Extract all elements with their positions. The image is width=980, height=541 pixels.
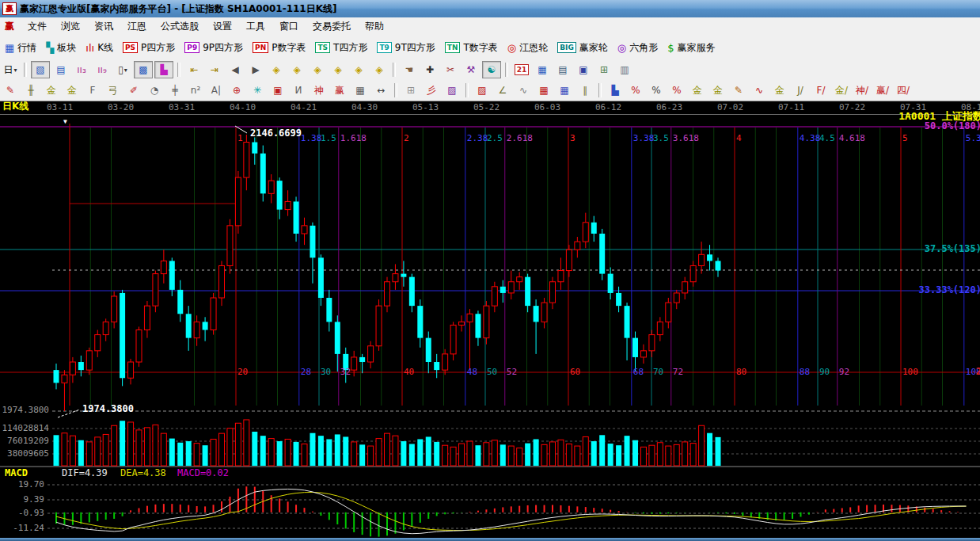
menu-item-2[interactable]: 资讯 xyxy=(87,18,120,35)
tool-zoom-h-expand[interactable]: ◈ xyxy=(308,61,327,78)
tool-grid-red[interactable]: ▦ xyxy=(534,82,553,99)
tool-hand-tool[interactable]: ☚ xyxy=(400,61,419,78)
toolbar-button-winner-service[interactable]: $赢家服务 xyxy=(663,39,720,56)
tool-gann-brain-tool[interactable]: ☯ xyxy=(482,61,501,78)
toolbar-button-9t-square[interactable]: T99T四方形 xyxy=(372,39,439,56)
candle-style-dropdown-dropdown-arrow: ▾ xyxy=(124,67,127,74)
tool-gold-angle[interactable]: 金/ xyxy=(832,82,851,99)
menu-item-0[interactable]: 文件 xyxy=(21,18,54,35)
tool-n-square[interactable]: n² xyxy=(186,82,205,99)
tool-calendar-tool[interactable]: 21 xyxy=(512,61,531,78)
tool-zoom-fit[interactable]: ◈ xyxy=(370,61,389,78)
toolbar-button-p-number-table[interactable]: PNP数字表 xyxy=(248,39,310,56)
tool-clock-cycle[interactable]: ◔ xyxy=(145,82,164,99)
toolbar-button-sectors[interactable]: ▚板块 xyxy=(41,39,81,56)
menu-item-4[interactable]: 公式选股 xyxy=(154,18,206,35)
tool-ray-star[interactable]: ✳ xyxy=(248,82,267,99)
tool-gold-grid-b[interactable]: 金 xyxy=(63,82,82,99)
toolbar-button-t-number-table[interactable]: TNT数字表 xyxy=(440,39,503,56)
tool-frame-tool[interactable]: ⊞ xyxy=(401,82,420,99)
menu-item-7[interactable]: 窗口 xyxy=(272,18,306,35)
tool-percent-strike[interactable]: % xyxy=(626,82,645,99)
tool-color-bars-tool[interactable]: ▙ xyxy=(154,61,173,78)
tool-last-page[interactable]: ⇥ xyxy=(205,61,224,78)
tool-grid-blue[interactable]: ▦ xyxy=(555,82,574,99)
tool-ying-angle[interactable]: 赢/ xyxy=(873,82,892,99)
tool-draw-brush[interactable]: ✎ xyxy=(1,82,20,99)
tool-zoom-right[interactable]: ◈ xyxy=(287,61,306,78)
tool-fan-box-red[interactable]: ▨ xyxy=(473,82,492,99)
tool-ray-box[interactable]: ▣ xyxy=(268,82,287,99)
menu-item-3[interactable]: 江恩 xyxy=(120,18,154,35)
tool-gold-circle[interactable]: 金 xyxy=(688,82,707,99)
fan-box-red-icon: ▨ xyxy=(477,85,486,96)
tool-page-next[interactable]: ▶ xyxy=(246,61,265,78)
tool-notes-tool[interactable]: ▤ xyxy=(553,61,572,78)
tool-shen-angle[interactable]: 神/ xyxy=(853,82,872,99)
tool-gold-grid-a[interactable]: 金 xyxy=(42,82,61,99)
tool-angle-set[interactable]: ∠ xyxy=(493,82,512,99)
toolbar-button-hexagon[interactable]: ◎六角形 xyxy=(613,39,663,56)
tool-zigzag-tool[interactable]: ∿ xyxy=(514,82,533,99)
tool-four-angle[interactable]: 四/ xyxy=(894,82,913,99)
title-bar[interactable]: 赢 赢家江恩专业版[赢家内部服务平台] - [上证指数 SH1A0001-111… xyxy=(0,0,980,18)
tool-candle-style-dropdown[interactable]: ▯▾ xyxy=(113,61,132,78)
toolbar-separator xyxy=(177,63,180,77)
tool-bars-3-tool[interactable]: ıı₃ xyxy=(72,61,91,78)
toolbar-button-p-square[interactable]: PSP四方形 xyxy=(118,39,180,56)
tool-f-ruler[interactable]: F xyxy=(83,82,102,99)
tool-draw-brush-2[interactable]: ✐ xyxy=(124,82,143,99)
tool-mirror-tool[interactable]: A| xyxy=(207,82,226,99)
tool-wave-red[interactable]: ∿ xyxy=(750,82,769,99)
tool-gold-plain[interactable]: 金 xyxy=(770,82,789,99)
toolbar-button-kline[interactable]: ılıK线 xyxy=(81,39,118,56)
tool-grid-ticks[interactable]: ╫ xyxy=(21,82,40,99)
tool-shen-tool[interactable]: 神 xyxy=(310,82,329,99)
tool-first-page[interactable]: ⇤ xyxy=(184,61,203,78)
tool-percent-plain[interactable]: % xyxy=(647,82,666,99)
tool-circle-cross[interactable]: ⊕ xyxy=(227,82,246,99)
tool-f-angle[interactable]: F/ xyxy=(811,82,830,99)
toolbar-button-gann-wheel[interactable]: ◎江恩轮 xyxy=(503,39,553,56)
tool-pattern-tool[interactable]: ▩ xyxy=(134,61,153,78)
tool-parallel-lines[interactable]: ∥ xyxy=(575,82,594,99)
tool-zoom-h-shrink[interactable]: ◈ xyxy=(329,61,348,78)
toolbar-button-t-square[interactable]: TST四方形 xyxy=(310,39,372,56)
tool-zoom-left[interactable]: ◈ xyxy=(267,61,286,78)
tool-calculator-tool[interactable]: ▦ xyxy=(533,61,552,78)
tool-region-tool[interactable]: ▧ xyxy=(31,61,50,78)
tool-fan-box-purple[interactable]: ▨ xyxy=(443,82,462,99)
tool-page-prev[interactable]: ◀ xyxy=(226,61,245,78)
toolbar-button-winner-wheel[interactable]: BIG赢家轮 xyxy=(553,39,613,56)
tool-ying-tool[interactable]: 赢 xyxy=(330,82,349,99)
tool-fan-rays[interactable]: 彡 xyxy=(422,82,441,99)
tool-export-tool[interactable]: ⊞ xyxy=(594,61,613,78)
menu-item-1[interactable]: 浏览 xyxy=(54,18,87,35)
tool-period-day-dropdown[interactable]: 日▾ xyxy=(1,61,20,78)
tool-crosshair-tool[interactable]: ✚ xyxy=(420,61,439,78)
tool-hist-blue[interactable]: ▙ xyxy=(606,82,625,99)
menu-item-8[interactable]: 交易委托 xyxy=(306,18,358,35)
num-grid-icon: ▦ xyxy=(355,85,364,96)
tool-print-tool[interactable]: ▥ xyxy=(615,61,634,78)
tool-percent-lines[interactable]: % xyxy=(667,82,686,99)
tool-gold-lines[interactable]: 金 xyxy=(708,82,727,99)
menu-item-9[interactable]: 帮助 xyxy=(358,18,391,35)
tool-info-panel[interactable]: ▤ xyxy=(51,61,70,78)
toolbar-button-9p-square[interactable]: P99P四方形 xyxy=(180,39,248,56)
tool-anchor-tool[interactable]: ⚒ xyxy=(462,61,481,78)
toolbar-button-quotes[interactable]: ▦行情 xyxy=(0,39,41,56)
tool-num-grid[interactable]: ▦ xyxy=(351,82,370,99)
tool-pen-candle[interactable]: ✎ xyxy=(729,82,748,99)
tool-spiral-tool[interactable]: 弓 xyxy=(104,82,123,99)
tool-save-tool[interactable]: ▣ xyxy=(574,61,593,78)
tool-bars-9-tool[interactable]: ıı₉ xyxy=(93,61,112,78)
tool-cut-tool[interactable]: ✂ xyxy=(441,61,460,78)
menu-item-5[interactable]: 设置 xyxy=(206,18,239,35)
menu-item-6[interactable]: 工具 xyxy=(239,18,272,35)
tool-j-angle[interactable]: J/ xyxy=(791,82,810,99)
tool-speed-line[interactable]: И xyxy=(289,82,308,99)
tool-tick-ruler[interactable]: ╪ xyxy=(165,82,184,99)
tool-zoom-all[interactable]: ◈ xyxy=(349,61,368,78)
tool-span-arrows[interactable]: ↔ xyxy=(371,82,390,99)
